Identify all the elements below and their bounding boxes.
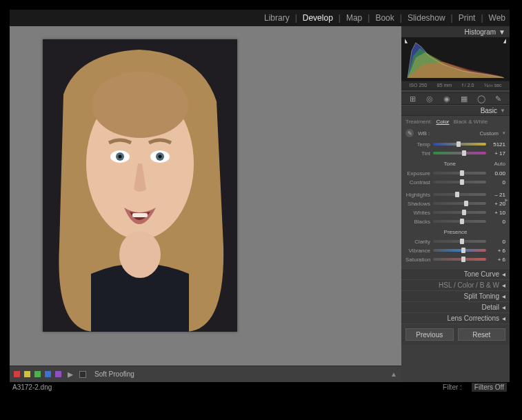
blacks-value[interactable]: 0 (489, 219, 505, 225)
svg-point-3 (119, 231, 161, 278)
module-map[interactable]: Map (346, 13, 362, 23)
clarity-label: Clarity (405, 239, 430, 245)
exposure-slider[interactable] (433, 172, 486, 174)
histogram-meta: ISO 250 85 mm f / 2.0 ¹⁄₂₅₀ sec (401, 81, 510, 90)
treatment-bw[interactable]: Black & White (454, 119, 488, 125)
highlights-value[interactable]: – 21 (489, 192, 505, 198)
reset-button[interactable]: Reset (458, 328, 506, 341)
wb-dropdown-icon[interactable]: ▾ (503, 130, 505, 136)
saturation-slider[interactable] (433, 258, 486, 261)
label-red[interactable] (14, 371, 20, 377)
module-book[interactable]: Book (375, 13, 394, 23)
tone-curve-panel[interactable]: Tone Curve◂ (401, 268, 510, 279)
photo-preview[interactable] (43, 39, 237, 332)
whites-label: Whites (405, 210, 430, 216)
saturation-label: Saturation (405, 257, 430, 263)
svg-point-9 (159, 155, 162, 159)
module-slideshow[interactable]: Slideshow (408, 13, 445, 23)
contrast-value[interactable]: 0 (489, 179, 505, 186)
wb-label: WB : (418, 130, 430, 137)
highlights-slider[interactable] (433, 193, 486, 196)
crop-tool-icon[interactable]: ⊞ (407, 94, 418, 103)
play-icon[interactable]: ▸ (66, 370, 75, 379)
right-panel-expand-icon[interactable]: ▸ (505, 196, 508, 203)
highlights-label: Highlights (405, 192, 430, 198)
toolbar-expand-icon[interactable]: ▲ (390, 370, 397, 378)
exposure-value[interactable]: 0.00 (489, 170, 505, 177)
filename-label: A3172-2.dng (12, 383, 52, 391)
previous-button[interactable]: Previous (405, 328, 454, 341)
temp-slider[interactable] (433, 143, 486, 146)
clarity-slider[interactable] (433, 240, 486, 243)
label-green[interactable] (34, 371, 41, 377)
tint-value[interactable]: + 17 (489, 150, 505, 157)
vibrance-value[interactable]: + 6 (489, 248, 505, 254)
svg-point-8 (119, 155, 122, 159)
basic-collapse-icon[interactable]: ▼ (500, 108, 505, 114)
temp-label: Temp (405, 141, 430, 148)
lens-corrections-panel[interactable]: Lens Corrections◂ (401, 312, 510, 323)
wb-dropper-icon[interactable]: ✎ (405, 129, 414, 137)
basic-panel-title[interactable]: Basic (481, 107, 497, 114)
module-library[interactable]: Library (264, 13, 290, 23)
contrast-slider[interactable] (433, 181, 486, 183)
svg-point-2 (92, 72, 188, 138)
clarity-value[interactable]: 0 (489, 239, 505, 245)
treatment-color[interactable]: Color (436, 119, 449, 125)
filter-label: Filter : (443, 383, 462, 391)
blacks-slider[interactable] (433, 220, 486, 223)
soft-proofing-checkbox[interactable] (79, 371, 86, 378)
contrast-label: Contrast (405, 179, 430, 186)
redeye-tool-icon[interactable]: ◉ (441, 94, 452, 103)
spot-tool-icon[interactable]: ◎ (424, 94, 435, 103)
wb-preset[interactable]: Custom (479, 130, 499, 137)
right-panel: Histogram ▼ ISO 250 85 mm f / 2.0 (401, 26, 510, 382)
shadows-label: Shadows (405, 201, 430, 207)
gradient-tool-icon[interactable]: ▦ (459, 94, 470, 103)
label-yellow[interactable] (24, 371, 30, 377)
hsl-panel[interactable]: HSL / Color / B & W◂ (401, 279, 510, 290)
brush-tool-icon[interactable]: ✎ (493, 94, 504, 103)
label-blue[interactable] (45, 371, 51, 377)
module-web[interactable]: Web (489, 13, 505, 23)
histogram-graph[interactable] (401, 37, 510, 81)
bottom-toolbar: ▸ Soft Proofing ▲ (10, 366, 401, 382)
radial-tool-icon[interactable]: ◯ (476, 94, 487, 103)
vibrance-label: Vibrance (405, 248, 430, 254)
shadows-value[interactable]: + 20 (489, 201, 505, 207)
exposure-label: Exposure (405, 170, 430, 177)
treatment-label: Treatment: (405, 119, 432, 125)
tint-slider[interactable] (433, 152, 486, 154)
canvas-area: ▸ Soft Proofing ▲ (10, 26, 401, 382)
blacks-label: Blacks (405, 219, 430, 225)
basic-panel: Treatment: Color Black & White ✎ WB : Cu… (401, 116, 510, 268)
tint-label: Tint (405, 150, 430, 157)
histogram-collapse-icon[interactable]: ▼ (499, 28, 505, 36)
saturation-value[interactable]: + 6 (489, 257, 505, 263)
module-develop[interactable]: Develop (303, 13, 333, 23)
split-toning-panel[interactable]: Split Toning◂ (401, 290, 510, 301)
filter-state[interactable]: Filters Off (472, 383, 507, 392)
vibrance-slider[interactable] (433, 249, 486, 252)
module-bar: Library| Develop| Map| Book| Slideshow| … (10, 10, 510, 26)
label-purple[interactable] (55, 371, 61, 377)
local-tools-row: ⊞ ◎ ◉ ▦ ◯ ✎ (401, 92, 510, 105)
tone-heading: Tone (405, 161, 494, 167)
temp-value[interactable]: 5121 (489, 141, 505, 148)
detail-panel[interactable]: Detail◂ (401, 301, 510, 312)
auto-button[interactable]: Auto (494, 161, 505, 167)
svg-rect-10 (132, 213, 148, 217)
whites-slider[interactable] (433, 211, 486, 214)
whites-value[interactable]: + 10 (489, 210, 505, 216)
status-bar: A3172-2.dng Filter : Filters Off (10, 382, 510, 392)
soft-proofing-label: Soft Proofing (94, 370, 134, 378)
presence-heading: Presence (405, 229, 505, 235)
shadows-slider[interactable] (433, 202, 486, 205)
histogram-title[interactable]: Histogram (465, 28, 496, 36)
module-print[interactable]: Print (459, 13, 476, 23)
